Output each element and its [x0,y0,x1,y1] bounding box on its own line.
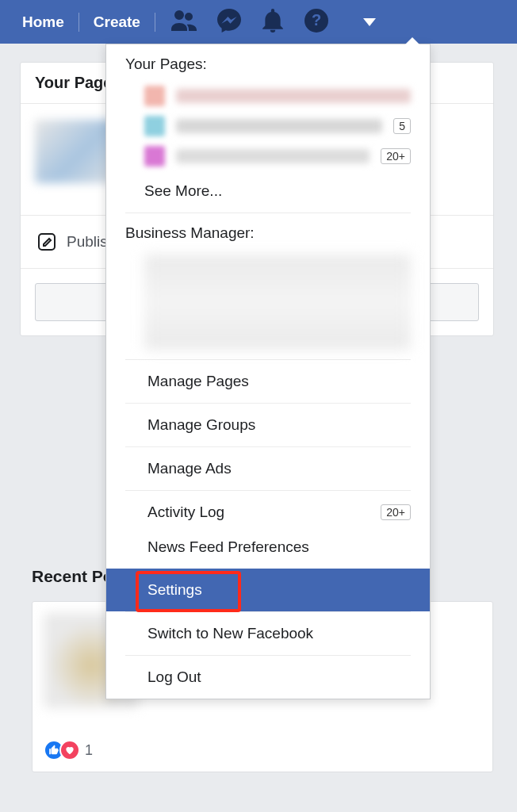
create-link[interactable]: Create [79,13,155,31]
topbar: Home Create ? [0,0,517,44]
menu-settings[interactable]: Settings [106,569,430,611]
post-reactions[interactable]: 1 [44,740,481,760]
help-icon[interactable]: ? [304,9,328,36]
reaction-count: 1 [85,742,93,759]
notifications-icon[interactable] [262,9,284,36]
page-name [176,149,370,163]
menu-switch-to-new-facebook[interactable]: Switch to New Facebook [106,612,430,655]
menu-manage-groups[interactable]: Manage Groups [106,404,430,446]
page-icon [144,116,165,136]
page-name [176,89,411,103]
see-more-pages[interactable]: See More... [106,171,430,213]
menu-activity-log[interactable]: Activity Log 20+ [106,491,430,534]
page-list-item[interactable] [106,81,430,111]
page-list-item[interactable]: 5 [106,111,430,141]
menu-manage-ads[interactable]: Manage Ads [106,447,430,490]
menu-news-feed-preferences[interactable]: News Feed Preferences [106,534,430,569]
page-icon [144,86,165,106]
your-pages-section-label: Your Pages: [106,44,430,81]
svg-text:?: ? [312,11,321,29]
menu-manage-pages[interactable]: Manage Pages [106,360,430,403]
business-manager-section-label: Business Manager: [106,213,430,250]
page-icon [144,146,165,167]
friends-icon[interactable] [171,10,197,34]
menu-log-out[interactable]: Log Out [106,656,430,699]
pencil-icon [35,230,59,254]
home-link[interactable]: Home [8,13,79,31]
business-manager-list[interactable] [106,250,430,359]
messenger-icon[interactable] [217,9,241,36]
nav-separator [155,13,155,32]
page-name [176,119,382,133]
love-reaction-icon [59,740,80,760]
activity-log-badge: 20+ [381,504,411,520]
notification-badge: 20+ [381,148,411,164]
notification-badge: 5 [393,118,411,134]
account-menu-caret-icon[interactable] [363,18,376,26]
page-list-item[interactable]: 20+ [106,141,430,171]
account-dropdown: Your Pages: 5 20+ See More... Business M… [105,44,431,699]
